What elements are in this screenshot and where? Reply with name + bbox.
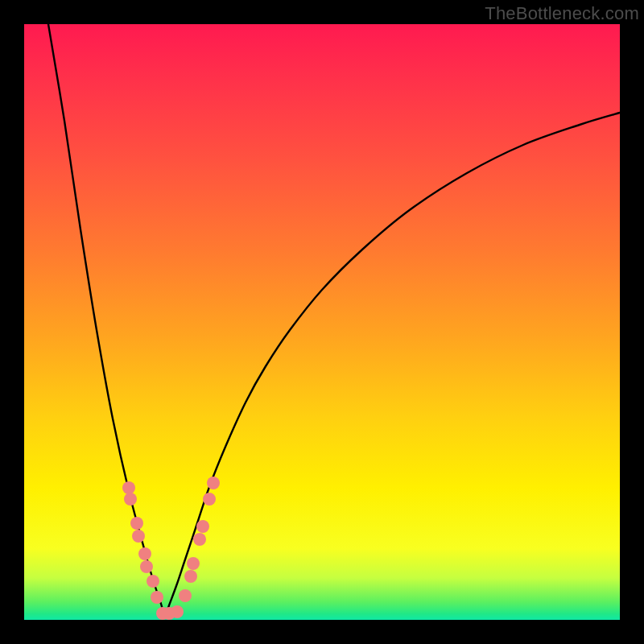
curve-layer [24,24,620,620]
highlight-dot [207,477,220,489]
highlight-dot [203,493,216,506]
highlight-dot [130,517,143,530]
highlight-dot [140,560,153,573]
highlight-dot [196,520,209,533]
highlight-dot [138,547,151,560]
highlight-dot [132,530,145,543]
highlight-dot [187,557,200,570]
chart-frame: TheBottleneck.com [0,0,644,644]
highlight-dot [179,589,192,602]
highlight-dot [122,481,135,494]
highlight-dot [147,575,159,588]
plot-area [24,24,620,620]
highlight-dot [171,605,184,618]
highlight-dot [124,493,137,506]
watermark-text: TheBottleneck.com [485,3,639,24]
highlight-dot [184,570,197,583]
highlight-dot [151,591,163,604]
highlight-dot [193,533,206,546]
